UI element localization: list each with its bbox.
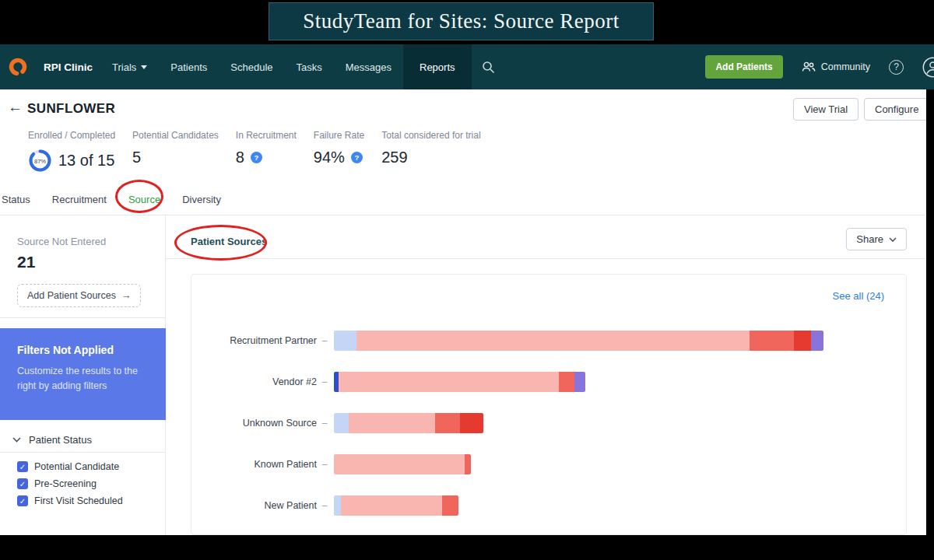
stat-potential-candidates: Potential Candidates5 (132, 130, 219, 173)
trial-title: SUNFLOWER (27, 101, 115, 117)
stat-label: Failure Rate (314, 130, 364, 141)
bar-segment-pale_blue (334, 413, 349, 433)
nav-item-messages[interactable]: Messages (334, 44, 403, 89)
bar-segment-pink (339, 372, 559, 392)
checkbox-checked-icon[interactable] (17, 478, 28, 489)
checkbox-checked-icon[interactable] (17, 495, 28, 506)
chart-row-known-patient: Known Patient (191, 443, 906, 485)
enrollment-donut: 87% (28, 149, 52, 173)
community-label: Community (821, 61, 870, 72)
chart-category-label: Known Patient (191, 459, 317, 470)
share-label: Share (856, 233, 883, 245)
clinic-name[interactable]: RPI Clinic (44, 61, 93, 73)
user-avatar[interactable] (922, 57, 934, 78)
info-icon[interactable] (351, 152, 363, 163)
checkbox-label: First Visit Scheduled (34, 495, 123, 506)
back-button[interactable] (8, 99, 23, 116)
axis-tick (321, 418, 328, 429)
caret-down-icon (141, 65, 147, 69)
bar-segment-pale_blue (334, 331, 356, 351)
filters-card-title: Filters Not Applied (17, 344, 149, 356)
chart-category-label: Unknown Source (191, 418, 317, 429)
view-trial-button[interactable]: View Trial (793, 98, 859, 121)
stat-value: 5 (132, 149, 141, 166)
checkbox-label: Potential Candidate (34, 461, 119, 472)
tab-source[interactable]: Source (128, 187, 160, 215)
stat-label: Total considered for trial (381, 130, 480, 141)
sidebar-divider (0, 317, 166, 318)
bar-segment-bright_red (794, 331, 811, 351)
stat-label: In Recruitment (236, 130, 297, 141)
bar-segment-purple (811, 331, 823, 351)
filters-not-applied-card: Filters Not Applied Customize the result… (0, 328, 166, 420)
community-link[interactable]: Community (802, 61, 870, 72)
add-patients-button[interactable]: Add Patients (705, 55, 782, 79)
report-main: Patient Sources Share See all (24) Recru… (166, 215, 926, 535)
nav-item-trials[interactable]: Trials (100, 44, 159, 89)
top-nav: RPI Clinic TrialsPatientsScheduleTasksMe… (0, 44, 934, 89)
bar-segment-pale_blue (334, 495, 341, 516)
bar-segment-red (750, 331, 794, 351)
bar-segment-red (442, 495, 458, 516)
tab-status[interactable]: Status (2, 187, 30, 215)
stat-value: 259 (381, 149, 407, 166)
axis-tick (321, 500, 328, 511)
tab-diversity[interactable]: Diversity (182, 187, 221, 215)
nav-item-patients[interactable]: Patients (159, 44, 219, 89)
nav-item-reports[interactable]: Reports (403, 44, 472, 89)
chart-category-label: New Patient (191, 500, 317, 511)
stat-enrolled-completed: Enrolled / Completed87%13 of 15 (28, 130, 115, 173)
checkbox-first-visit-scheduled[interactable]: First Visit Scheduled (17, 495, 123, 506)
chart-bar (334, 331, 823, 351)
patient-sources-chart-card: See all (24) Recruitment PartnerVendor #… (191, 274, 907, 535)
stat-value-row: 87%13 of 15 (28, 149, 115, 173)
stat-label: Enrolled / Completed (28, 130, 115, 141)
chevron-down-icon (889, 237, 897, 242)
bar-segment-red (435, 413, 460, 433)
nav-item-schedule[interactable]: Schedule (219, 44, 284, 89)
report-tabs: StatusRecruitmentSourceDiversity (0, 187, 926, 215)
configure-button[interactable]: Configure (864, 98, 926, 121)
search-icon[interactable] (472, 44, 505, 89)
info-icon[interactable] (251, 152, 262, 163)
patient-status-checkboxes: Potential CandidatePre-ScreeningFirst Vi… (17, 461, 123, 506)
nav-item-label: Tasks (297, 61, 322, 73)
bar-segment-red (559, 372, 574, 392)
stat-value: 13 of 15 (58, 152, 114, 170)
checkbox-label: Pre-Screening (34, 478, 97, 489)
nav-item-label: Schedule (230, 61, 272, 73)
patient-sources-title: Patient Sources (191, 236, 267, 247)
arrow-right-icon (116, 290, 132, 301)
main-divider (166, 258, 926, 259)
chart-bar (334, 454, 471, 474)
axis-tick (321, 335, 328, 346)
share-button[interactable]: Share (846, 228, 907, 250)
stat-in-recruitment: In Recruitment8 (236, 130, 297, 173)
help-icon[interactable] (889, 60, 904, 75)
stat-value-row: 259 (381, 149, 480, 166)
nav-menu: TrialsPatientsScheduleTasksMessagesRepor… (100, 44, 472, 89)
patient-status-label: Patient Status (29, 434, 92, 446)
filters-card-body: Customize the results to the right by ad… (17, 364, 149, 394)
patient-status-collapse[interactable]: Patient Status (0, 428, 166, 453)
nav-item-tasks[interactable]: Tasks (285, 44, 334, 89)
chart-category-label: Vendor #2 (191, 376, 317, 387)
stat-value-row: 5 (132, 149, 219, 166)
checkbox-pre-screening[interactable]: Pre-Screening (17, 478, 123, 489)
banner-title: StudyTeam for Sites: Source Report (303, 9, 620, 33)
stat-value: 8 (236, 149, 244, 166)
chart-bar (334, 413, 483, 433)
see-all-link[interactable]: See all (24) (833, 290, 884, 302)
add-patient-sources-button[interactable]: Add Patient Sources (17, 284, 141, 307)
checkbox-checked-icon[interactable] (17, 461, 28, 472)
chart-bar (334, 495, 458, 516)
bar-segment-pink (356, 331, 750, 351)
nav-item-label: Trials (112, 61, 136, 73)
nav-right-cluster: Add Patients Community (705, 55, 934, 79)
page-content: SUNFLOWER View Trial Configure Enrolled … (0, 89, 926, 535)
chart-row-new-patient: New Patient (191, 485, 906, 526)
studyteam-logo-icon[interactable] (8, 57, 28, 77)
tab-recruitment[interactable]: Recruitment (52, 187, 107, 215)
bar-segment-pink (334, 454, 465, 474)
checkbox-potential-candidate[interactable]: Potential Candidate (17, 461, 123, 472)
